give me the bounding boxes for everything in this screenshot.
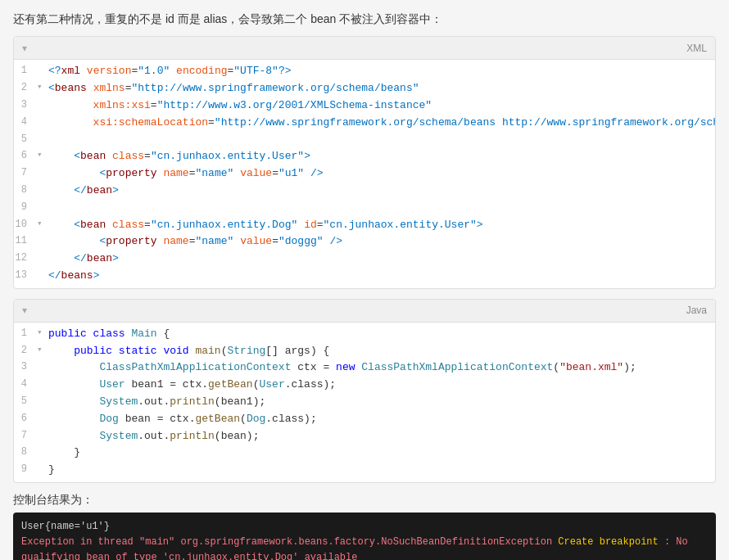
xml-line-11: 11 <property name="name" value="doggg" /… bbox=[14, 233, 715, 251]
xml-line-7: 7 <property name="name" value="u1" /> bbox=[14, 165, 715, 183]
java-line-7: 7 System.out.println(bean); bbox=[14, 428, 715, 445]
xml-line-9: 9 bbox=[14, 200, 715, 217]
xml-code-block: ▾ XML 1 <?xml version="1.0" encoding="UT… bbox=[13, 36, 716, 288]
xml-lang-label: XML bbox=[686, 43, 707, 54]
java-code-block: ▾ Java 1 ▾ public class Main { 2 ▾ publi… bbox=[13, 299, 716, 483]
console-line-2: Exception in thread "main" org.springfra… bbox=[21, 535, 708, 560]
java-collapse-icon[interactable]: ▾ bbox=[22, 305, 27, 316]
xml-line-5: 5 bbox=[14, 132, 715, 149]
java-lang-label: Java bbox=[686, 305, 707, 316]
java-line-1: 1 ▾ public class Main { bbox=[14, 326, 715, 343]
xml-line-3: 3 xmlns:xsi="http://www.w3.org/2001/XMLS… bbox=[14, 97, 715, 115]
xml-line-2: 2 ▾ <beans xmlns="http://www.springframe… bbox=[14, 80, 715, 97]
java-code-content: 1 ▾ public class Main { 2 ▾ public stati… bbox=[14, 323, 715, 482]
java-line-2: 2 ▾ public static void main(String[] arg… bbox=[14, 343, 715, 360]
xml-collapse-icon[interactable]: ▾ bbox=[22, 43, 27, 54]
console-line-1: User{name='u1'} bbox=[21, 519, 708, 535]
console-output: User{name='u1'} Exception in thread "mai… bbox=[13, 513, 716, 560]
java-block-header: ▾ Java bbox=[14, 300, 715, 323]
xml-line-4: 4 xsi:schemaLocation="http://www.springf… bbox=[14, 115, 715, 132]
xml-line-10: 10 ▾ <bean class="cn.junhaox.entity.Dog"… bbox=[14, 217, 715, 234]
java-line-3: 3 ClassPathXmlApplicationContext ctx = n… bbox=[14, 359, 715, 377]
intro-text: 还有第二种情况，重复的不是 id 而是 alias，会导致第二个 bean 不被… bbox=[13, 10, 716, 28]
xml-line-6: 6 ▾ <bean class="cn.junhaox.entity.User"… bbox=[14, 148, 715, 165]
java-line-5: 5 System.out.println(bean1); bbox=[14, 394, 715, 411]
java-line-9: 9 } bbox=[14, 462, 715, 479]
xml-line-13: 13 </beans> bbox=[14, 268, 715, 285]
xml-code-content: 1 <?xml version="1.0" encoding="UTF-8"?>… bbox=[14, 60, 715, 287]
console-section-label: 控制台结果为： bbox=[13, 493, 716, 508]
java-line-4: 4 User bean1 = ctx.getBean(User.class); bbox=[14, 377, 715, 394]
xml-line-12: 12 </bean> bbox=[14, 251, 715, 268]
java-line-6: 6 Dog bean = ctx.getBean(Dog.class); bbox=[14, 411, 715, 428]
java-line-8: 8 } bbox=[14, 445, 715, 462]
xml-line-1: 1 <?xml version="1.0" encoding="UTF-8"?> bbox=[14, 63, 715, 80]
xml-line-8: 8 </bean> bbox=[14, 183, 715, 200]
xml-block-header: ▾ XML bbox=[14, 37, 715, 60]
